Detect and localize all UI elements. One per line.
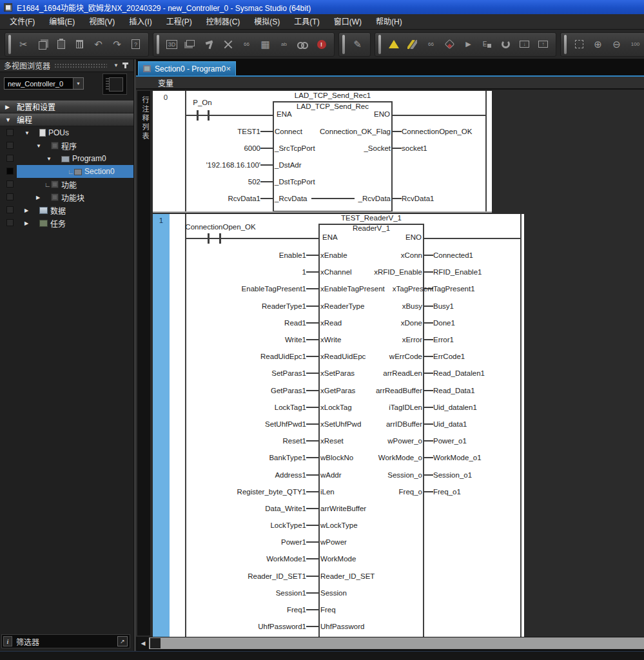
pin-output-operand[interactable]: Read_Data1 bbox=[433, 387, 524, 394]
tree-item[interactable]: ∟ Section0 bbox=[0, 165, 133, 178]
pin-output-operand[interactable]: WorkMode_o1 bbox=[433, 454, 524, 461]
pin-input-operand[interactable]: Register_byte_QTY1 bbox=[153, 488, 306, 496]
filter-pin-icon[interactable]: ↗ bbox=[117, 636, 128, 646]
pin-output-operand[interactable]: ConnectionOpen_OK bbox=[402, 128, 492, 135]
pin-output-operand[interactable]: Uid_datalen1 bbox=[433, 403, 524, 411]
pin-input-operand[interactable]: BankType1 bbox=[153, 454, 306, 461]
tree-expand-arrow[interactable]: ▼ bbox=[5, 117, 17, 123]
transfer-from-controller-icon[interactable]: ↑ bbox=[534, 35, 552, 54]
delete-icon[interactable] bbox=[70, 35, 89, 54]
copy-icon[interactable] bbox=[33, 35, 52, 54]
contact[interactable] bbox=[219, 233, 221, 244]
menu-item[interactable]: 模拟(S) bbox=[247, 14, 287, 30]
menu-item[interactable]: 编辑(E) bbox=[42, 14, 82, 30]
pin-output-operand[interactable]: Done1 bbox=[433, 319, 524, 327]
pin-output-operand[interactable]: Connected1 bbox=[433, 251, 524, 259]
pin-output-operand[interactable]: Session_o1 bbox=[433, 471, 524, 479]
menu-item[interactable]: 帮助(H) bbox=[369, 14, 409, 30]
pin-input-operand[interactable]: 502 bbox=[153, 178, 260, 186]
tree-item[interactable]: ▼ 程序 bbox=[0, 139, 133, 152]
contact-operand[interactable]: P_On bbox=[181, 99, 224, 106]
tree-expand-arrow[interactable]: ▶ bbox=[36, 195, 44, 200]
pin-input-operand[interactable]: RcvData1 bbox=[153, 195, 260, 202]
pin-output-operand[interactable]: RFID_Enable1 bbox=[433, 268, 524, 276]
row-comment-list-strip[interactable]: 行注释列表 bbox=[137, 91, 150, 636]
build-icon[interactable] bbox=[200, 35, 219, 54]
fb-instance-name[interactable]: TEST_ReaderV_1 bbox=[306, 214, 437, 222]
3d-view-icon[interactable]: 3D bbox=[162, 35, 181, 54]
pin-output-operand[interactable]: ErrCode1 bbox=[433, 353, 524, 360]
pin-input-operand[interactable]: EnableTagPresent1 bbox=[153, 285, 306, 293]
pin-input-operand[interactable]: Address1 bbox=[153, 471, 306, 479]
pin-output-operand[interactable]: TagPresent1 bbox=[433, 285, 524, 293]
pin-input-operand[interactable]: '192.168.16.100' bbox=[153, 161, 260, 169]
pin-input-operand[interactable]: 6000 bbox=[153, 144, 260, 152]
pin-input-operand[interactable]: ReaderType1 bbox=[153, 302, 306, 310]
menu-item[interactable]: 工程(P) bbox=[159, 14, 199, 30]
tree-section-header[interactable]: ▶ 配置和设置 bbox=[0, 101, 133, 113]
run-icon[interactable]: ▶ bbox=[459, 35, 478, 54]
pin-output-operand[interactable]: RcvData1 bbox=[402, 195, 492, 202]
pin-input-operand[interactable]: Enable1 bbox=[153, 251, 306, 259]
tab-section0-program0[interactable]: Section0 - Program0 × bbox=[138, 61, 236, 75]
tree-item[interactable]: ▶ 功能块 bbox=[0, 191, 133, 204]
pin-input-operand[interactable]: Freq1 bbox=[153, 606, 306, 614]
pin-input-operand[interactable]: Read1 bbox=[153, 319, 306, 327]
pin-output-operand[interactable]: Busy1 bbox=[433, 302, 524, 310]
pin-input-operand[interactable]: GetParas1 bbox=[153, 387, 306, 394]
pin-input-operand[interactable]: LockTag1 bbox=[153, 403, 306, 411]
watch-table-icon[interactable]: ▦ bbox=[256, 35, 275, 54]
pin-output-operand[interactable]: Uid_data1 bbox=[433, 420, 524, 428]
watch-window-icon[interactable]: 66 bbox=[237, 35, 256, 54]
pin-input-operand[interactable]: Write1 bbox=[153, 336, 306, 344]
panel-menu-icon[interactable]: ▼ bbox=[113, 63, 119, 68]
panel-drag-dots[interactable] bbox=[54, 63, 107, 68]
tree-expand-arrow[interactable]: ▶ bbox=[5, 104, 17, 110]
tree-item[interactable]: ▶ 任务 bbox=[0, 217, 133, 229]
tree-section-header[interactable]: ▼ 编程 bbox=[0, 113, 133, 126]
tree-expand-arrow[interactable]: ▼ bbox=[46, 156, 55, 162]
program-check-icon[interactable]: E bbox=[478, 35, 496, 54]
chevron-down-icon[interactable]: ▼ bbox=[73, 78, 83, 89]
output-window-icon[interactable] bbox=[181, 35, 200, 54]
pin-input-operand[interactable]: WorkMode1 bbox=[153, 555, 306, 563]
tree-item[interactable]: ∟ 功能 bbox=[0, 178, 133, 191]
pin-input-operand[interactable]: ReadUidEpc1 bbox=[153, 353, 306, 360]
pin-input-operand[interactable]: LockType1 bbox=[153, 521, 306, 529]
redo-icon[interactable]: ↷ bbox=[108, 35, 126, 54]
pin-input-operand[interactable]: Session1 bbox=[153, 589, 306, 597]
tree-expand-arrow[interactable]: ▶ bbox=[24, 208, 33, 213]
pin-input-operand[interactable]: UhfPassword1 bbox=[153, 623, 306, 630]
toolbar-grip[interactable] bbox=[564, 35, 567, 54]
cut-icon[interactable]: ✂ bbox=[14, 35, 33, 54]
undo-icon[interactable]: ↶ bbox=[89, 35, 108, 54]
pin-input-operand[interactable]: SetParas1 bbox=[153, 369, 306, 377]
contact[interactable] bbox=[208, 110, 210, 121]
tree-item[interactable]: ▼ POUs bbox=[0, 126, 133, 139]
pin-input-operand[interactable]: Data_Write1 bbox=[153, 505, 306, 512]
go-online-icon[interactable] bbox=[384, 35, 403, 54]
tree-item[interactable]: ▼ Program0 bbox=[0, 152, 133, 165]
filter-bar[interactable]: i 筛选器 ↗ bbox=[1, 634, 130, 648]
simulation-icon[interactable] bbox=[440, 35, 459, 54]
menu-item[interactable]: 视图(V) bbox=[82, 14, 122, 30]
pin-output-operand[interactable]: socket1 bbox=[402, 144, 492, 152]
contact[interactable] bbox=[208, 233, 210, 244]
menu-item[interactable]: 文件(F) bbox=[3, 14, 42, 30]
scrollbar-track[interactable] bbox=[149, 637, 644, 649]
pin-input-operand[interactable]: Power1 bbox=[153, 538, 306, 546]
tab-close-icon[interactable]: × bbox=[226, 64, 231, 73]
pin-input-operand[interactable]: SetUhfPwd1 bbox=[153, 420, 306, 428]
toolbar-grip[interactable] bbox=[157, 35, 159, 54]
synchronize-icon[interactable] bbox=[496, 35, 515, 54]
scrollbar-thumb-edge[interactable] bbox=[150, 638, 161, 648]
menu-item[interactable]: 插入(I) bbox=[122, 14, 159, 30]
toolbar-grip[interactable] bbox=[342, 35, 345, 54]
abort-icon[interactable]: ! bbox=[312, 35, 331, 54]
tree-item[interactable]: ▶ 数据 bbox=[0, 204, 133, 217]
io-map-icon[interactable]: ab bbox=[275, 35, 293, 54]
menu-item[interactable]: 窗口(W) bbox=[327, 14, 369, 30]
tree-expand-arrow[interactable]: ▼ bbox=[24, 130, 33, 136]
go-offline-icon[interactable] bbox=[403, 35, 422, 54]
menu-item[interactable]: 工具(T) bbox=[287, 14, 326, 30]
